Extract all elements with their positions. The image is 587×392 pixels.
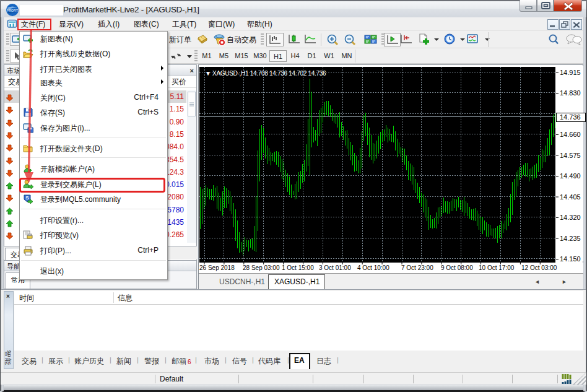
- svg-text:S: S: [25, 195, 29, 201]
- svg-text:PROFIT: PROFIT: [7, 9, 18, 12]
